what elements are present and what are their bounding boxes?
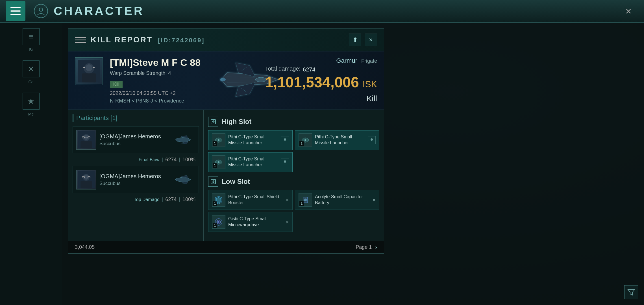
high-slot-icon-3: 1 <box>212 155 225 169</box>
sidebar-label-co: Co <box>29 80 34 84</box>
sidebar: ≡ Bi ✕ Co ★ Me <box>0 23 62 305</box>
kill-report-panel: KILL REPORT [ID:7242069] ⬆ × <box>68 28 384 254</box>
ship-class: Frigate <box>361 58 377 64</box>
svg-point-0 <box>39 8 43 11</box>
total-damage-value: 6274 <box>303 66 316 73</box>
isk-unit: ISK <box>362 79 377 89</box>
low-slot-x-2[interactable]: × <box>372 197 376 203</box>
panel-body: Participants [1] <box>68 110 384 241</box>
export-button[interactable]: ⬆ <box>349 34 361 46</box>
svg-point-52 <box>284 160 286 163</box>
participant-avatar-1 <box>76 130 96 150</box>
sidebar-icon-me: ★ <box>23 93 40 110</box>
kill-stats: Garmur Frigate Total damage: 6274 1,101,… <box>265 57 377 103</box>
svg-rect-5 <box>83 67 85 68</box>
svg-rect-6 <box>93 67 95 68</box>
svg-rect-18 <box>80 141 92 148</box>
participant-percent-2: 100% <box>182 197 195 202</box>
high-slot-item-3[interactable]: 1 Pithi C-Type Small Missile Launcher <box>208 152 293 172</box>
hamburger-line <box>10 14 21 15</box>
result-label: Kill <box>265 94 377 103</box>
low-slot-name-1: Pithi C-Type Small Shield Booster <box>228 194 283 206</box>
sidebar-label-me: Me <box>28 112 34 116</box>
participant-info-2: [OGMA]James Hemeros Succubus <box>99 173 169 186</box>
participants-header: Participants [1] <box>73 114 199 122</box>
low-slot-icon-1: 1 <box>212 193 225 207</box>
svg-rect-28 <box>80 181 92 188</box>
top-close-button[interactable]: × <box>621 4 636 18</box>
sidebar-label-bi: Bi <box>29 47 32 52</box>
svg-point-47 <box>371 138 373 141</box>
menu-line <box>75 40 86 40</box>
high-slot-title: High Slot <box>222 118 251 126</box>
low-slot-title: Low Slot <box>222 178 250 186</box>
svg-point-10 <box>220 78 226 81</box>
low-slot-item-1[interactable]: 1 Pithi C-Type Small Shield Booster × <box>208 190 293 210</box>
character-title-area: CHARACTER <box>34 4 144 18</box>
high-slot-person-2 <box>368 136 376 144</box>
low-slot-item-2[interactable]: 1 Acolyte Small Capacitor Battery × <box>295 190 379 210</box>
panel-bottom-bar: 3,044.05 Page 1 › <box>68 241 384 253</box>
participant-damage-2: 6274 <box>165 197 177 202</box>
low-slot-item-3[interactable]: 1 Gistii C-Type Small Microwarpdrive × <box>208 212 293 232</box>
panel-close-button[interactable]: × <box>365 34 377 46</box>
avatar-inner <box>76 58 102 84</box>
character-icon <box>34 4 48 18</box>
high-slot-icon-2: 1 <box>299 133 312 147</box>
total-damage-row: Total damage: 6274 <box>265 66 377 74</box>
high-slot-item-2[interactable]: 1 Pithi C-Type Small Missile Launcher <box>295 130 379 150</box>
kill-info-section: [TMI]Steve M F C 88 Warp Scramble Streng… <box>68 51 384 110</box>
svg-point-4 <box>86 64 92 71</box>
kill-report-title: KILL REPORT [ID:7242069] <box>91 35 344 44</box>
menu-line <box>75 37 86 38</box>
kill-report-actions: ⬆ × <box>349 34 377 46</box>
total-damage-label: Total damage: <box>265 66 301 72</box>
participant-name-1: [OGMA]James Hemeros <box>99 133 169 140</box>
main-content: KILL REPORT [ID:7242069] ⬆ × <box>62 23 644 305</box>
participant-percent-1: 100% <box>182 157 195 163</box>
participant-ship-2: Succubus <box>99 181 169 186</box>
hamburger-button[interactable] <box>6 1 25 21</box>
high-slot-name-2: Pithi C-Type Small Missile Launcher <box>315 134 365 146</box>
high-slot-person-3 <box>281 158 289 166</box>
participant-ship-1: Succubus <box>99 141 169 147</box>
participant-row[interactable]: [OGMA]James Hemeros Succubus <box>73 126 199 153</box>
svg-marker-23 <box>175 137 191 143</box>
kill-report-id: [ID:7242069] <box>158 37 205 44</box>
low-slot-icon <box>208 177 218 187</box>
panel-menu-button[interactable] <box>75 34 86 45</box>
svg-point-41 <box>218 139 219 141</box>
sidebar-item-bi[interactable]: ≡ Bi <box>23 28 40 52</box>
high-slot-header: High Slot <box>208 117 379 127</box>
low-slot-count-3: 1 <box>213 223 217 228</box>
export-icon: ⬆ <box>353 36 358 43</box>
app-title: CHARACTER <box>54 4 144 18</box>
kill-badge: Kill <box>110 81 123 88</box>
menu-line <box>75 42 86 43</box>
next-page-button[interactable]: › <box>375 244 377 250</box>
high-slot-count-1: 1 <box>213 141 217 146</box>
pagination: Page 1 › <box>356 244 377 250</box>
participant-ship-img-2 <box>173 173 195 187</box>
high-slot-item-1[interactable]: 1 Pithi C-Type Small Missile Launcher <box>208 130 293 150</box>
close-icon: × <box>369 36 373 43</box>
participant-info-1: [OGMA]James Hemeros Succubus <box>99 133 169 147</box>
low-slot-count-2: 1 <box>299 201 304 206</box>
hamburger-line <box>10 10 21 12</box>
svg-rect-3 <box>82 73 96 82</box>
sidebar-item-me[interactable]: ★ Me <box>23 93 40 116</box>
participant-name-2: [OGMA]James Hemeros <box>99 173 169 180</box>
participant-row-2[interactable]: [OGMA]James Hemeros Succubus <box>73 166 199 193</box>
final-blow-badge: Final Blow <box>139 157 160 162</box>
isk-display: 1,101,534,006 ISK <box>265 74 377 91</box>
high-slot-name-1: Pithi C-Type Small Missile Launcher <box>228 134 278 146</box>
low-slot-icon-2: 1 <box>299 193 312 207</box>
svg-marker-33 <box>175 177 191 182</box>
participant-stats-1: Final Blow | 6274 | 100% <box>73 157 199 166</box>
bottom-stats: 3,044.05 <box>75 244 95 250</box>
filter-button[interactable] <box>624 285 638 299</box>
top-damage-badge: Top Damage <box>134 197 160 202</box>
low-slot-x-3[interactable]: × <box>286 219 289 225</box>
sidebar-item-co[interactable]: ✕ Co <box>23 60 40 84</box>
low-slot-x-1[interactable]: × <box>286 197 289 203</box>
